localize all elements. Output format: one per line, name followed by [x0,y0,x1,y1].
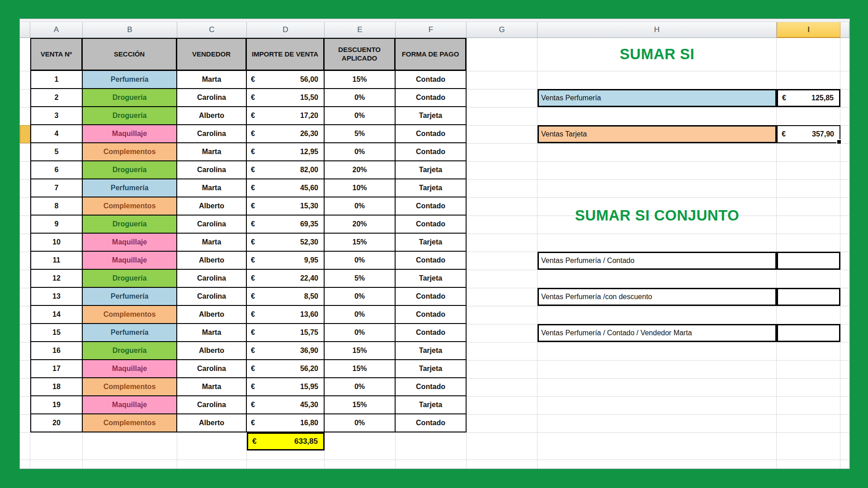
cell-descuento[interactable]: 0% [325,197,396,216]
cell-descuento[interactable]: 0% [325,107,396,125]
result-value-cell-selected[interactable]: €357,90 [777,125,840,143]
cell-descuento[interactable]: 0% [325,89,396,107]
column-header-B[interactable]: B [83,22,177,38]
table-header-importe[interactable]: IMPORTE DE VENTA [247,38,325,71]
cell-vendedor[interactable]: Marta [177,71,247,89]
cell-venta-n[interactable]: 3 [30,107,83,125]
cell-seccion[interactable]: Maquillaje [83,125,177,143]
cell-seccion[interactable]: Droguería [83,342,177,360]
result-value-cell[interactable] [777,252,840,270]
cell-vendedor[interactable]: Carolina [177,125,247,143]
cell-forma-pago[interactable]: Tarjeta [396,179,467,197]
criteria-label-cell[interactable]: Ventas Tarjeta [538,125,777,143]
cell-venta-n[interactable]: 6 [30,161,83,179]
cell-venta-n[interactable]: 17 [30,360,83,378]
cell-venta-n[interactable]: 8 [30,197,83,216]
cell-forma-pago[interactable]: Contado [396,288,467,306]
cell-vendedor[interactable]: Alberto [177,414,247,432]
cell-descuento[interactable]: 0% [325,414,396,432]
cell-venta-n[interactable]: 11 [30,252,83,270]
cell-seccion[interactable]: Perfumería [83,71,177,89]
cell-vendedor[interactable]: Marta [177,179,247,197]
cell-venta-n[interactable]: 15 [30,324,83,342]
cell-seccion[interactable]: Droguería [83,161,177,179]
cell-descuento[interactable]: 10% [325,179,396,197]
cell-vendedor[interactable]: Carolina [177,360,247,378]
cell-venta-n[interactable]: 13 [30,288,83,306]
cell-vendedor[interactable]: Marta [177,324,247,342]
column-header-C[interactable]: C [177,22,247,38]
cell-descuento[interactable]: 15% [325,234,396,252]
cell-importe[interactable]: €17,20 [247,107,325,125]
column-header-A[interactable]: A [30,22,83,38]
sumar-si-conjunto-title[interactable]: SUMAR SI CONJUNTO [538,197,777,234]
cell-venta-n[interactable]: 2 [30,89,83,107]
cell-importe[interactable]: €12,95 [247,143,325,161]
cell-descuento[interactable]: 0% [325,324,396,342]
cell-venta-n[interactable]: 16 [30,342,83,360]
column-header-H[interactable]: H [538,22,777,38]
cell-descuento[interactable]: 15% [325,396,396,414]
cell-forma-pago[interactable]: Tarjeta [396,161,467,179]
cell-forma-pago[interactable]: Contado [396,143,467,161]
cell-venta-n[interactable]: 12 [30,270,83,288]
cell-importe[interactable]: €9,95 [247,252,325,270]
cell-importe[interactable]: €56,20 [247,360,325,378]
cell-importe[interactable]: €15,75 [247,324,325,342]
cell-descuento[interactable]: 15% [325,71,396,89]
cell-seccion[interactable]: Perfumería [83,179,177,197]
cell-importe[interactable]: €45,30 [247,396,325,414]
cell-seccion[interactable]: Perfumería [83,288,177,306]
table-header-forma-pago[interactable]: FORMA DE PAGO [396,38,467,71]
cell-vendedor[interactable]: Carolina [177,288,247,306]
cell-importe[interactable]: €16,80 [247,414,325,432]
cell-importe[interactable]: €69,35 [247,216,325,234]
cell-seccion[interactable]: Maquillaje [83,234,177,252]
cell-importe[interactable]: €26,30 [247,125,325,143]
table-header-venta-n[interactable]: VENTA Nº [30,38,83,71]
cell-vendedor[interactable]: Alberto [177,342,247,360]
column-header-E[interactable]: E [325,22,396,38]
cell-importe[interactable]: €13,60 [247,306,325,324]
column-header-F[interactable]: F [396,22,467,38]
fill-handle[interactable] [836,139,842,145]
column-header-D[interactable]: D [247,22,325,38]
result-value-cell[interactable]: €125,85 [777,89,840,107]
cell-venta-n[interactable]: 1 [30,71,83,89]
table-header-vendedor[interactable]: VENDEDOR [177,38,247,71]
cell-vendedor[interactable]: Marta [177,378,247,396]
cell-forma-pago[interactable]: Contado [396,71,467,89]
cell-venta-n[interactable]: 7 [30,179,83,197]
cell-seccion[interactable]: Maquillaje [83,252,177,270]
criteria-label-cell[interactable]: Ventas Perfumería / Contado / Vendedor M… [538,324,777,342]
cell-venta-n[interactable]: 10 [30,234,83,252]
cell-venta-n[interactable]: 9 [30,216,83,234]
cell-importe[interactable]: €15,95 [247,378,325,396]
cell-seccion[interactable]: Perfumería [83,324,177,342]
table-header-seccion[interactable]: SECCIÓN [83,38,177,71]
cell-forma-pago[interactable]: Tarjeta [396,270,467,288]
cell-venta-n[interactable]: 20 [30,414,83,432]
cell-descuento[interactable]: 0% [325,306,396,324]
cell-forma-pago[interactable]: Contado [396,89,467,107]
cell-vendedor[interactable]: Carolina [177,216,247,234]
cell-venta-n[interactable]: 18 [30,378,83,396]
cell-forma-pago[interactable]: Contado [396,252,467,270]
cell-forma-pago[interactable]: Tarjeta [396,234,467,252]
cell-importe[interactable]: €56,00 [247,71,325,89]
cell-descuento[interactable]: 15% [325,342,396,360]
criteria-label-cell[interactable]: Ventas Perfumería [538,89,777,107]
cell-vendedor[interactable]: Alberto [177,107,247,125]
cell-seccion[interactable]: Maquillaje [83,396,177,414]
cell-vendedor[interactable]: Carolina [177,89,247,107]
cell-forma-pago[interactable]: Contado [396,216,467,234]
cell-forma-pago[interactable]: Contado [396,378,467,396]
cell-importe[interactable]: €52,30 [247,234,325,252]
cell-seccion[interactable]: Complementos [83,143,177,161]
cell-descuento[interactable]: 20% [325,216,396,234]
cell-descuento[interactable]: 0% [325,288,396,306]
cell-importe[interactable]: €15,30 [247,197,325,216]
cell-importe[interactable]: €8,50 [247,288,325,306]
cell-forma-pago[interactable]: Contado [396,125,467,143]
result-value-cell[interactable] [777,288,840,306]
